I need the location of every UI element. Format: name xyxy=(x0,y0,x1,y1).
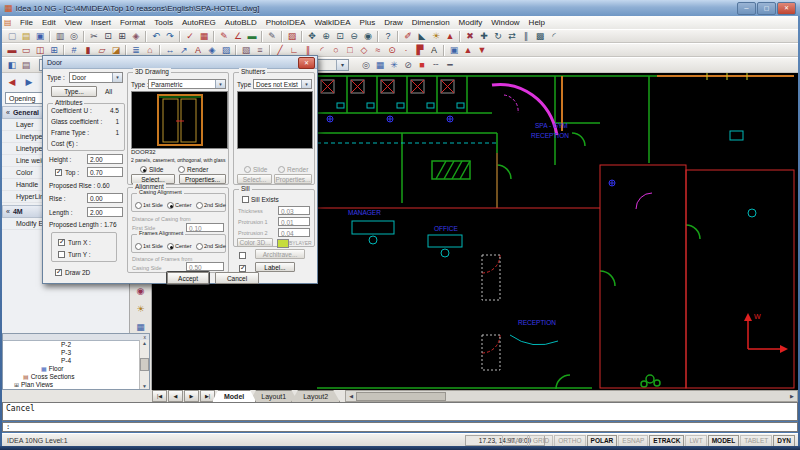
circle-icon[interactable]: ○ xyxy=(329,44,343,57)
zoom-out-icon[interactable]: ⊖ xyxy=(347,30,361,43)
menu-item[interactable]: Plus xyxy=(355,18,380,27)
select-icon[interactable]: ✓ xyxy=(183,30,197,43)
scroll-down-icon[interactable]: ▼ xyxy=(142,383,147,389)
door-type-combo[interactable]: Door ▾ xyxy=(69,72,123,83)
status-toggle[interactable]: LWT xyxy=(685,435,706,447)
up-arrow-icon[interactable]: ▲ xyxy=(461,44,475,57)
status-toggle[interactable]: GRID xyxy=(529,435,553,447)
accept-button[interactable]: Accept xyxy=(167,272,209,284)
tree-item-p2[interactable]: P-2 xyxy=(3,341,149,349)
lineweight-icon[interactable]: ━ xyxy=(443,59,457,72)
casing-2nd-side-radio[interactable] xyxy=(196,202,203,209)
chevron-down-icon[interactable]: ▾ xyxy=(301,80,311,88)
ellipse-icon[interactable]: ⊙ xyxy=(385,44,399,57)
mirror-icon[interactable]: ⇄ xyxy=(505,30,519,43)
format-painter-icon[interactable]: ◈ xyxy=(129,30,143,43)
tree-item-p4[interactable]: P-4 xyxy=(3,357,149,365)
isolate-layer-icon[interactable]: ◎ xyxy=(359,59,373,72)
fillet-icon[interactable]: ◜ xyxy=(547,30,561,43)
paste-icon[interactable]: ⊞ xyxy=(115,30,129,43)
open-icon[interactable]: ▤ xyxy=(19,30,33,43)
rectangle-icon[interactable]: □ xyxy=(343,44,357,57)
back-icon[interactable]: ◀ xyxy=(5,76,19,89)
light-icon[interactable]: ☀ xyxy=(134,303,148,316)
down-arrow-icon[interactable]: ▼ xyxy=(475,44,489,57)
help-icon[interactable]: ? xyxy=(381,30,395,43)
image-icon[interactable]: ▣ xyxy=(447,44,461,57)
camera-icon[interactable]: ◣ xyxy=(415,30,429,43)
walk-icon[interactable]: ✐ xyxy=(401,30,415,43)
layout-tab[interactable]: Layout2 xyxy=(291,390,340,402)
properties-3d-button[interactable]: Properties... xyxy=(179,174,226,184)
scrollbar-thumb[interactable] xyxy=(140,358,149,371)
scroll-up-icon[interactable]: ▲ xyxy=(142,340,147,346)
freeze-layer-icon[interactable]: ✳ xyxy=(387,59,401,72)
menu-item[interactable]: Window xyxy=(487,18,524,27)
tree-panel-header[interactable]: x xyxy=(3,334,149,341)
new-icon[interactable]: ▢ xyxy=(5,30,19,43)
pan-icon[interactable]: ✥ xyxy=(305,30,319,43)
last-tab-button[interactable]: ▶| xyxy=(200,390,215,402)
tree-scrollbar[interactable]: ▲ ▼ xyxy=(139,340,149,389)
menu-item[interactable]: Help xyxy=(524,18,549,27)
label-checkbox[interactable] xyxy=(239,265,246,272)
spline-icon[interactable]: ≈ xyxy=(371,44,385,57)
copy-icon[interactable]: ⊡ xyxy=(101,30,115,43)
offset-icon[interactable]: ∥ xyxy=(519,30,533,43)
sun-icon[interactable]: ☀ xyxy=(429,30,443,43)
layout-tab[interactable]: Layout1 xyxy=(249,390,298,402)
sill-exists-checkbox[interactable] xyxy=(242,196,249,203)
point-icon[interactable]: · xyxy=(399,44,413,57)
scroll-left-icon[interactable]: ◀ xyxy=(346,393,356,399)
chevron-down-icon[interactable]: ▾ xyxy=(215,80,225,88)
properties-icon[interactable]: ▨ xyxy=(285,30,299,43)
table-icon[interactable]: ▦ xyxy=(197,30,211,43)
label-button[interactable]: Label... xyxy=(255,262,295,272)
menu-item[interactable]: Insert xyxy=(86,18,115,27)
length-field[interactable]: 2.00 xyxy=(87,207,123,217)
type-button[interactable]: Type... xyxy=(51,86,97,97)
status-toggle[interactable]: TABLET xyxy=(740,435,772,447)
menu-item[interactable]: Tools xyxy=(150,18,178,27)
status-toggle[interactable]: ESNAP xyxy=(618,435,648,447)
zoom-realtime-icon[interactable]: ⊕ xyxy=(319,30,333,43)
casing-center-radio[interactable] xyxy=(167,202,174,209)
scroll-right-icon[interactable]: ▶ xyxy=(787,393,797,399)
slide-radio[interactable] xyxy=(140,166,147,173)
array-icon[interactable]: ▩ xyxy=(533,30,547,43)
print-preview-icon[interactable]: ◎ xyxy=(67,30,81,43)
chevron-down-icon[interactable]: ▾ xyxy=(112,73,122,82)
shutters-type-combo[interactable]: Does not Exist ▾ xyxy=(253,79,312,89)
undo-icon[interactable]: ↶ xyxy=(149,30,163,43)
height-field[interactable]: 2.00 xyxy=(87,154,123,164)
menu-item[interactable]: AutoBLD xyxy=(220,18,261,27)
casing-1st-side-radio[interactable] xyxy=(135,202,142,209)
match-properties-icon[interactable]: ◧ xyxy=(5,59,19,72)
pencil-icon[interactable]: ✎ xyxy=(265,30,279,43)
wall-icon[interactable]: ▬ xyxy=(5,44,19,57)
status-toggle[interactable]: ORTHO xyxy=(554,435,585,447)
close-icon[interactable]: ✕ xyxy=(298,57,315,69)
close-button[interactable]: ✕ xyxy=(777,2,796,15)
forward-icon[interactable]: ▶ xyxy=(22,76,36,89)
top-checkbox[interactable] xyxy=(55,169,62,176)
lineweight-sample-icon[interactable]: ▬ xyxy=(245,30,259,43)
zoom-extents-icon[interactable]: ◉ xyxy=(361,30,375,43)
rotate-icon[interactable]: ↻ xyxy=(491,30,505,43)
dialog-title-bar[interactable]: Door ✕ xyxy=(43,56,317,69)
tree-item-p3[interactable]: P-3 xyxy=(3,349,149,357)
scrollbar-thumb[interactable] xyxy=(356,392,446,401)
menu-item[interactable]: Draw xyxy=(380,18,408,27)
menu-item[interactable]: View xyxy=(60,18,86,27)
draw-2d-checkbox[interactable] xyxy=(55,269,62,276)
architrave-checkbox[interactable] xyxy=(239,252,246,259)
status-toggle[interactable]: DYN xyxy=(773,435,795,447)
command-input[interactable]: : xyxy=(2,422,798,432)
maximize-button[interactable]: ▢ xyxy=(757,2,776,15)
print-icon[interactable]: ▥ xyxy=(53,30,67,43)
menu-item[interactable]: Dimension xyxy=(407,18,454,27)
move-icon[interactable]: ✚ xyxy=(477,30,491,43)
status-toggle[interactable]: MODEL xyxy=(708,435,739,447)
layout-tab[interactable]: Model xyxy=(212,390,256,402)
layers-icon[interactable]: ▦ xyxy=(373,59,387,72)
